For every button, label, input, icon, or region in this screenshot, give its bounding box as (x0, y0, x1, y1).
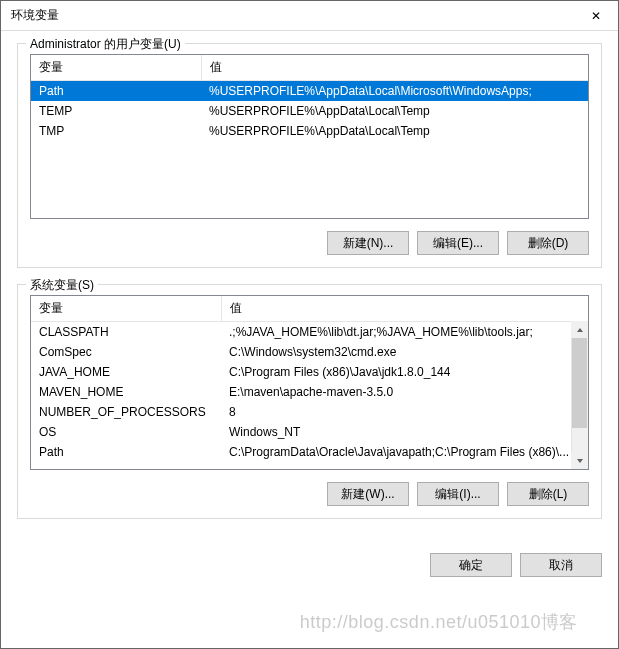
cell-name: Path (31, 81, 201, 102)
user-col-name[interactable]: 变量 (31, 55, 201, 81)
cell-value: 8 (221, 402, 588, 422)
cell-value: C:\ProgramData\Oracle\Java\javapath;C:\P… (221, 442, 588, 462)
close-button[interactable]: ✕ (573, 1, 618, 31)
cell-name: TEMP (31, 101, 201, 121)
user-edit-button[interactable]: 编辑(E)... (417, 231, 499, 255)
sys-edit-button[interactable]: 编辑(I)... (417, 482, 499, 506)
cell-value: Windows_NT (221, 422, 588, 442)
cell-name: Path (31, 442, 221, 462)
cell-value: E:\maven\apache-maven-3.5.0 (221, 382, 588, 402)
cell-name: OS (31, 422, 221, 442)
table-row[interactable]: MAVEN_HOME E:\maven\apache-maven-3.5.0 (31, 382, 588, 402)
sys-new-button[interactable]: 新建(W)... (327, 482, 409, 506)
sys-delete-button[interactable]: 删除(L) (507, 482, 589, 506)
cell-name: MAVEN_HOME (31, 382, 221, 402)
titlebar: 环境变量 ✕ (1, 1, 618, 31)
environment-variables-dialog: 环境变量 ✕ Administrator 的用户变量(U) 变量 值 (0, 0, 619, 649)
table-row[interactable]: Path C:\ProgramData\Oracle\Java\javapath… (31, 442, 588, 462)
sys-group-label: 系统变量(S) (26, 277, 98, 294)
cell-name: NUMBER_OF_PROCESSORS (31, 402, 221, 422)
user-variables-group: Administrator 的用户变量(U) 变量 值 Path %USERPR… (17, 43, 602, 268)
table-row[interactable]: JAVA_HOME C:\Program Files (x86)\Java\jd… (31, 362, 588, 382)
cell-value: C:\Windows\system32\cmd.exe (221, 342, 588, 362)
user-delete-button[interactable]: 删除(D) (507, 231, 589, 255)
system-variables-table[interactable]: 变量 值 CLASSPATH .;%JAVA_HOME%\lib\dt.jar;… (30, 295, 589, 470)
table-row[interactable]: Path %USERPROFILE%\AppData\Local\Microso… (31, 81, 588, 102)
user-variables-table[interactable]: 变量 值 Path %USERPROFILE%\AppData\Local\Mi… (30, 54, 589, 219)
table-row[interactable]: TMP %USERPROFILE%\AppData\Local\Temp (31, 121, 588, 141)
sys-col-value[interactable]: 值 (221, 296, 588, 322)
scroll-up-icon[interactable] (571, 321, 588, 338)
cell-value: .;%JAVA_HOME%\lib\dt.jar;%JAVA_HOME%\lib… (221, 322, 588, 343)
ok-button[interactable]: 确定 (430, 553, 512, 577)
table-row[interactable]: ComSpec C:\Windows\system32\cmd.exe (31, 342, 588, 362)
cell-name: CLASSPATH (31, 322, 221, 343)
close-icon: ✕ (591, 9, 601, 23)
cell-value: C:\Program Files (x86)\Java\jdk1.8.0_144 (221, 362, 588, 382)
user-col-value[interactable]: 值 (201, 55, 588, 81)
cell-name: ComSpec (31, 342, 221, 362)
table-row[interactable]: CLASSPATH .;%JAVA_HOME%\lib\dt.jar;%JAVA… (31, 322, 588, 343)
system-variables-group: 系统变量(S) 变量 值 CLASSPATH .;%JAVA_HOME%\lib… (17, 284, 602, 519)
cancel-button[interactable]: 取消 (520, 553, 602, 577)
dialog-content: Administrator 的用户变量(U) 变量 值 Path %USERPR… (1, 31, 618, 545)
window-title: 环境变量 (1, 7, 573, 24)
scroll-thumb[interactable] (572, 338, 587, 428)
sys-col-name[interactable]: 变量 (31, 296, 221, 322)
scroll-down-icon[interactable] (571, 452, 588, 469)
dialog-buttons: 确定 取消 (1, 545, 618, 591)
user-new-button[interactable]: 新建(N)... (327, 231, 409, 255)
cell-name: TMP (31, 121, 201, 141)
user-group-label: Administrator 的用户变量(U) (26, 36, 185, 53)
user-buttons-row: 新建(N)... 编辑(E)... 删除(D) (30, 231, 589, 255)
table-row[interactable]: OS Windows_NT (31, 422, 588, 442)
cell-name: JAVA_HOME (31, 362, 221, 382)
table-row[interactable]: TEMP %USERPROFILE%\AppData\Local\Temp (31, 101, 588, 121)
cell-value: %USERPROFILE%\AppData\Local\Microsoft\Wi… (201, 81, 588, 102)
table-row[interactable]: NUMBER_OF_PROCESSORS 8 (31, 402, 588, 422)
scrollbar[interactable] (571, 321, 588, 469)
watermark-text: http://blog.csdn.net/u051010博客 (1, 610, 618, 634)
sys-buttons-row: 新建(W)... 编辑(I)... 删除(L) (30, 482, 589, 506)
cell-value: %USERPROFILE%\AppData\Local\Temp (201, 101, 588, 121)
cell-value: %USERPROFILE%\AppData\Local\Temp (201, 121, 588, 141)
